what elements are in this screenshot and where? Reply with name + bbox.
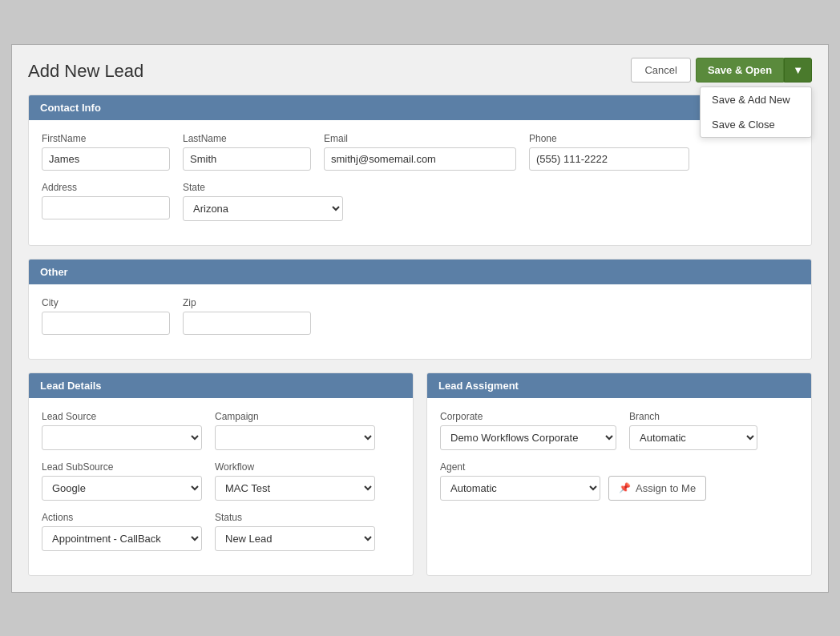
branch-select[interactable]: Automatic Branch A bbox=[629, 425, 757, 450]
workflow-label: Workflow bbox=[215, 461, 375, 473]
lead-source-select[interactable]: Online Referral bbox=[42, 425, 202, 450]
zip-input[interactable] bbox=[183, 312, 311, 335]
city-label: City bbox=[42, 297, 170, 308]
assign-to-me-label: Assign to Me bbox=[636, 482, 696, 494]
save-dropdown-menu: Save & Add New Save & Close bbox=[700, 87, 812, 138]
lead-assignment-header: Lead Assigment bbox=[427, 373, 811, 398]
firstname-input[interactable] bbox=[42, 147, 170, 171]
phone-group: Phone bbox=[529, 133, 689, 171]
state-group: State Arizona California New York Texas … bbox=[183, 182, 343, 221]
branch-group: Branch Automatic Branch A bbox=[629, 411, 757, 450]
other-section: Other City Zip bbox=[28, 259, 812, 360]
lead-assignment-body: Corporate Demo Workflows Corporate Other… bbox=[427, 398, 811, 525]
corporate-group: Corporate Demo Workflows Corporate Other… bbox=[440, 411, 616, 450]
agent-select[interactable]: Automatic Agent A bbox=[440, 476, 600, 501]
lead-details-row-1: Lead Source Online Referral Campaign Cam… bbox=[42, 411, 400, 450]
cancel-button[interactable]: Cancel bbox=[631, 58, 690, 83]
state-label: State bbox=[183, 182, 343, 193]
zip-group: Zip bbox=[183, 297, 311, 335]
campaign-group: Campaign Campaign A bbox=[215, 411, 375, 450]
email-label: Email bbox=[324, 133, 516, 144]
phone-input[interactable] bbox=[529, 147, 689, 171]
agent-group: Agent Automatic Agent A 📌 Assign to Me bbox=[440, 461, 706, 501]
contact-info-body: FirstName LastName Email Phone bbox=[29, 120, 811, 245]
workflow-select[interactable]: MAC Test Workflow B bbox=[215, 476, 375, 501]
actions-select[interactable]: Appointment - CallBack Follow Up bbox=[42, 526, 202, 551]
pin-icon: 📌 bbox=[619, 482, 631, 493]
assignment-row-2: Agent Automatic Agent A 📌 Assign to Me bbox=[440, 461, 798, 501]
lead-details-section: Lead Details Lead Source Online Referral… bbox=[28, 372, 414, 576]
actions-group: Actions Appointment - CallBack Follow Up bbox=[42, 512, 202, 551]
lead-details-row-2: Lead SubSource Google Facebook Bing Work… bbox=[42, 461, 400, 501]
agent-row: Automatic Agent A 📌 Assign to Me bbox=[440, 476, 706, 501]
other-header: Other bbox=[29, 260, 811, 284]
phone-label: Phone bbox=[529, 133, 689, 144]
lastname-label: LastName bbox=[183, 133, 311, 144]
contact-row-1: FirstName LastName Email Phone bbox=[42, 133, 798, 171]
address-group: Address bbox=[42, 182, 170, 221]
lastname-input[interactable] bbox=[183, 147, 311, 171]
assignment-row-1: Corporate Demo Workflows Corporate Other… bbox=[440, 411, 798, 450]
city-group: City bbox=[42, 297, 170, 335]
header-actions: Cancel Save & Open ▼ Save & Add New Save… bbox=[631, 58, 812, 83]
lastname-group: LastName bbox=[183, 133, 311, 171]
save-open-button[interactable]: Save & Open bbox=[696, 58, 784, 83]
other-row-1: City Zip bbox=[42, 297, 798, 335]
save-open-arrow-button[interactable]: ▼ bbox=[784, 58, 812, 83]
lead-assignment-section: Lead Assigment Corporate Demo Workflows … bbox=[426, 372, 812, 576]
status-select[interactable]: New Lead Contacted Qualified bbox=[215, 526, 375, 551]
lead-subsource-label: Lead SubSource bbox=[42, 461, 202, 473]
save-open-group: Save & Open ▼ Save & Add New Save & Clos… bbox=[696, 58, 812, 83]
corporate-select[interactable]: Demo Workflows Corporate Other Corporate bbox=[440, 425, 616, 450]
email-group: Email bbox=[324, 133, 516, 171]
agent-label: Agent bbox=[440, 461, 706, 473]
zip-label: Zip bbox=[183, 297, 311, 308]
contact-info-section: Contact Info FirstName LastName Email Ph… bbox=[28, 95, 812, 246]
firstname-label: FirstName bbox=[42, 133, 170, 144]
firstname-group: FirstName bbox=[42, 133, 170, 171]
save-close-item[interactable]: Save & Close bbox=[701, 112, 811, 137]
state-select[interactable]: Arizona California New York Texas Florid… bbox=[183, 196, 343, 221]
lead-details-header: Lead Details bbox=[29, 373, 413, 398]
address-label: Address bbox=[42, 182, 170, 193]
lead-subsource-group: Lead SubSource Google Facebook Bing bbox=[42, 461, 202, 501]
assign-to-me-button[interactable]: 📌 Assign to Me bbox=[608, 476, 706, 501]
actions-label: Actions bbox=[42, 512, 202, 523]
lead-source-group: Lead Source Online Referral bbox=[42, 411, 202, 450]
email-input[interactable] bbox=[324, 147, 516, 171]
lead-source-label: Lead Source bbox=[42, 411, 202, 422]
save-add-new-item[interactable]: Save & Add New bbox=[701, 87, 811, 112]
lead-details-row-3: Actions Appointment - CallBack Follow Up… bbox=[42, 512, 400, 551]
contact-info-header: Contact Info bbox=[29, 95, 811, 120]
branch-label: Branch bbox=[629, 411, 757, 422]
status-label: Status bbox=[215, 512, 375, 523]
address-input[interactable] bbox=[42, 196, 170, 219]
campaign-label: Campaign bbox=[215, 411, 375, 422]
status-group: Status New Lead Contacted Qualified bbox=[215, 512, 375, 551]
other-body: City Zip bbox=[29, 284, 811, 359]
corporate-label: Corporate bbox=[440, 411, 616, 422]
contact-row-2: Address State Arizona California New Yor… bbox=[42, 182, 798, 221]
workflow-group: Workflow MAC Test Workflow B bbox=[215, 461, 375, 501]
city-input[interactable] bbox=[42, 312, 170, 335]
lead-details-body: Lead Source Online Referral Campaign Cam… bbox=[29, 398, 413, 575]
campaign-select[interactable]: Campaign A bbox=[215, 425, 375, 450]
lead-subsource-select[interactable]: Google Facebook Bing bbox=[42, 476, 202, 501]
bottom-columns: Lead Details Lead Source Online Referral… bbox=[28, 372, 812, 576]
add-new-lead-modal: Add New Lead Cancel Save & Open ▼ Save &… bbox=[11, 44, 829, 593]
